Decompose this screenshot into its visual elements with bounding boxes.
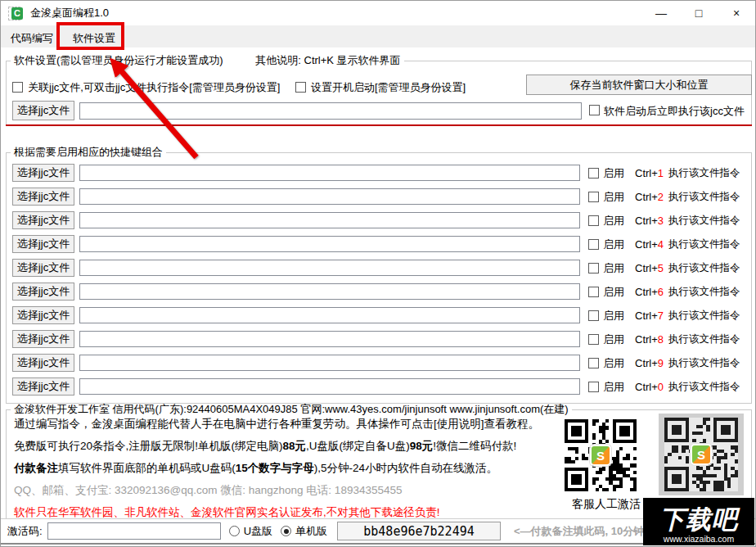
enable-checkbox[interactable]: [588, 215, 599, 226]
save-window-size-button[interactable]: 保存当前软件窗口大小和位置: [526, 75, 752, 95]
info-line: 通过编写指令，金浚桌面编程能代替人手在电脑中进行各种重复劳动。具体操作可点击[使…: [14, 417, 554, 432]
minimize-button[interactable]: —: [642, 1, 680, 25]
annotation-highlight-box: [56, 22, 124, 50]
info-line: 免费版可执行20条指令,注册版无限制!单机版(绑定电脑)88元,U盘版(绑定自备…: [14, 439, 554, 454]
enable-label: 启用: [603, 332, 624, 346]
xiazaiba-watermark: 下载吧 www.xiazaiba.com: [643, 498, 754, 545]
activation-code-label: 激活码:: [7, 524, 43, 539]
hotkey-action-label: 执行该文件指令: [668, 261, 740, 275]
enable-label: 启用: [603, 237, 624, 251]
jjc-file-path-input[interactable]: [79, 378, 580, 395]
hotkey-action-label: 执行该文件指令: [668, 285, 740, 299]
jjc-file-path-input[interactable]: [79, 355, 580, 371]
qr-caption: 客服人工激活: [572, 497, 641, 511]
associate-jjc-label: 关联jjc文件,可双击jjc文件执行指令[需管理员身份设置]: [28, 80, 280, 94]
hotkey-action-label: 执行该文件指令: [668, 356, 740, 370]
enable-label: 启用: [603, 214, 624, 228]
run-on-start-checkbox[interactable]: [589, 105, 600, 115]
info-line: QQ、邮箱、支付宝: 332092136@qq.com 微信: hangzhon…: [14, 483, 554, 498]
enable-label: 启用: [603, 166, 624, 180]
hotkey-row: 选择jjc文件 启用 Ctrl+3 执行该文件指令: [12, 211, 752, 229]
hotkey-label: Ctrl+9: [635, 357, 664, 369]
autostart-checkbox[interactable]: [295, 82, 306, 93]
enable-label: 启用: [603, 190, 624, 204]
choose-jjc-file-button[interactable]: 选择jjc文件: [12, 188, 74, 206]
choose-jjc-file-button[interactable]: 选择jjc文件: [12, 164, 74, 182]
choose-jjc-file-button[interactable]: 选择jjc文件: [12, 283, 74, 301]
single-machine-radio[interactable]: [281, 526, 291, 536]
jjc-file-path-input[interactable]: [79, 236, 580, 252]
enable-checkbox[interactable]: [588, 263, 599, 274]
settings-group-title: 软件设置(需以管理员身份运行才能设置成功): [14, 54, 223, 66]
hotkey-action-label: 执行该文件指令: [668, 309, 740, 323]
autostart-label: 设置开机启动[需管理员身份设置]: [311, 80, 466, 94]
hotkey-row: 选择jjc文件 启用 Ctrl+4 执行该文件指令: [12, 235, 752, 253]
enable-checkbox[interactable]: [588, 192, 599, 202]
udisk-radio-label: U盘版: [244, 524, 272, 539]
info-group-title: 金浚软件开发工作室 信用代码(广东):92440605MA4X049J85 官网…: [14, 403, 569, 415]
hotkey-label: Ctrl+3: [635, 215, 664, 227]
enable-label: 启用: [603, 309, 624, 323]
app-logo-icon: C: [8, 6, 24, 21]
maximize-button[interactable]: □: [680, 1, 718, 25]
hotkey-action-label: 执行该文件指令: [668, 190, 740, 204]
hotkey-row: 选择jjc文件 启用 Ctrl+1 执行该文件指令: [12, 164, 752, 182]
red-separator: [6, 124, 752, 126]
enable-checkbox[interactable]: [588, 287, 599, 297]
enable-checkbox[interactable]: [588, 239, 599, 250]
hotkey-row: 选择jjc文件 启用 Ctrl+7 执行该文件指令: [12, 306, 752, 324]
enable-label: 启用: [603, 285, 624, 299]
hotkey-label: Ctrl+5: [635, 262, 664, 274]
udisk-radio-option[interactable]: U盘版: [229, 524, 272, 539]
hotkey-action-label: 执行该文件指令: [668, 380, 740, 394]
enable-label: 启用: [603, 380, 624, 394]
choose-jjc-file-button[interactable]: 选择jjc文件: [12, 211, 74, 229]
hotkey-action-label: 执行该文件指令: [668, 214, 740, 228]
machine-code-box: bb48e96e7b22494: [337, 522, 501, 540]
settings-group-note: 其他说明: Ctrl+K 显示软件界面: [255, 54, 400, 66]
choose-jjc-file-button[interactable]: 选择jjc文件: [12, 377, 74, 396]
customer-service-qr-code: S: [563, 418, 638, 493]
hotkey-label: Ctrl+7: [635, 310, 664, 322]
single-machine-radio-label: 单机版: [295, 524, 327, 539]
hotkey-action-label: 执行该文件指令: [668, 237, 740, 251]
enable-checkbox[interactable]: [588, 168, 599, 179]
enable-checkbox[interactable]: [588, 310, 599, 321]
hotkey-action-label: 执行该文件指令: [668, 166, 740, 180]
hotkey-action-label: 执行该文件指令: [668, 332, 740, 346]
tab-code-edit[interactable]: 代码编写: [6, 29, 58, 47]
hotkey-row: 选择jjc文件 启用 Ctrl+2 执行该文件指令: [12, 188, 752, 206]
hotkey-rows: 选择jjc文件 启用 Ctrl+1 执行该文件指令 选择jjc文件 启用 Ctr…: [12, 164, 752, 396]
jjc-file-path-input[interactable]: [79, 188, 580, 205]
jjc-file-path-input[interactable]: [79, 307, 580, 323]
jjc-file-path-input[interactable]: [79, 165, 580, 181]
jjc-file-path-input[interactable]: [79, 212, 580, 228]
jjc-file-path-input[interactable]: [79, 283, 580, 300]
info-lines: 通过编写指令，金浚桌面编程能代替人手在电脑中进行各种重复劳动。具体操作可点击[使…: [14, 417, 554, 520]
jjc-file-path-input[interactable]: [79, 260, 580, 276]
close-button[interactable]: ×: [718, 1, 755, 25]
udisk-radio[interactable]: [229, 526, 240, 536]
hotkey-label: Ctrl+1: [635, 167, 664, 179]
activation-code-input[interactable]: [47, 522, 221, 540]
single-machine-radio-option[interactable]: 单机版: [281, 524, 327, 539]
hotkey-label: Ctrl+0: [635, 381, 664, 393]
hotkey-row: 选择jjc文件 启用 Ctrl+6 执行该文件指令: [12, 283, 752, 301]
jjc-file-path-input[interactable]: [79, 331, 580, 347]
hotkey-label: Ctrl+2: [635, 191, 664, 203]
qr-logo-icon: S: [691, 444, 712, 465]
choose-jjc-file-button[interactable]: 选择jjc文件: [12, 259, 74, 277]
enable-checkbox[interactable]: [588, 382, 599, 392]
hotkey-row: 选择jjc文件 启用 Ctrl+9 执行该文件指令: [12, 354, 752, 372]
choose-jjc-file-button[interactable]: 选择jjc文件: [12, 235, 74, 253]
bottom-bar: 激活码: U盘版 单机版 bb48e96e7b22494 <—付款备注填此码, …: [1, 518, 755, 545]
associate-jjc-checkbox[interactable]: [12, 82, 23, 93]
jjc-file-path-input[interactable]: [79, 102, 582, 120]
choose-jjc-file-button[interactable]: 选择jjc文件: [12, 354, 74, 372]
enable-checkbox[interactable]: [588, 334, 599, 345]
choose-jjc-file-button[interactable]: 选择jjc文件: [12, 330, 74, 348]
choose-jjc-file-button[interactable]: 选择jjc文件: [12, 101, 74, 120]
choose-jjc-file-button[interactable]: 选择jjc文件: [12, 306, 74, 324]
enable-checkbox[interactable]: [588, 358, 599, 368]
hotkey-label: Ctrl+6: [635, 286, 664, 298]
